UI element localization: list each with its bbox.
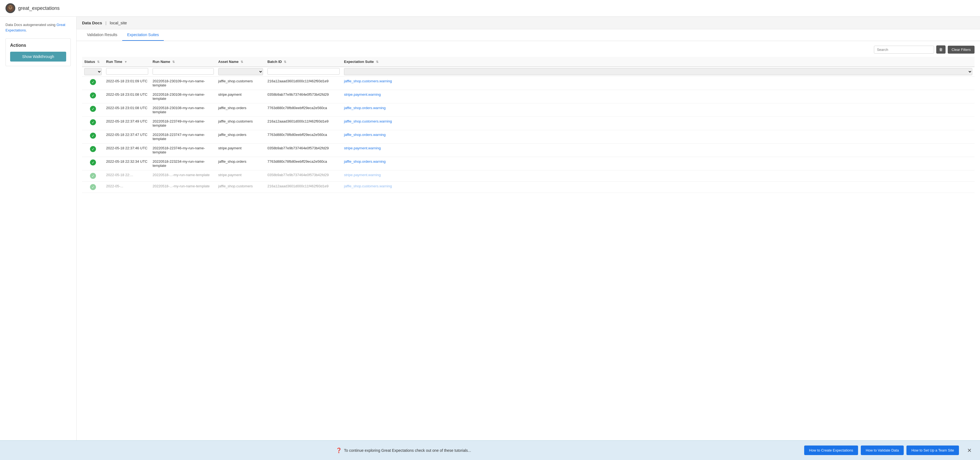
sidebar-description: Data Docs autogenerated using Great Expe… (5, 22, 71, 33)
delete-filter-button[interactable]: 🗑 (936, 45, 945, 54)
show-walkthrough-button[interactable]: Show Walkthrough (10, 52, 66, 62)
cell-batch: 216a12aaad3601d000c11f462f93d1e9 (265, 181, 342, 193)
cell-suite: jaffle_shop.customers.warning (342, 76, 975, 90)
suite-link[interactable]: jaffle_shop.customers.warning (344, 184, 392, 188)
cell-runtime: 2022-05-18 23:01:08 UTC (104, 90, 150, 103)
cell-runtime: 2022-05-18 23:01:08 UTC (104, 103, 150, 117)
table-row: ✓ 2022-05-18 23:01:08 UTC 20220518-23010… (82, 90, 975, 103)
app-logo (5, 3, 15, 13)
cell-suite: jaffle_shop.orders.warning (342, 130, 975, 143)
main-layout: Data Docs autogenerated using Great Expe… (0, 17, 980, 460)
tutorial-message: ❓ To continue exploring Great Expectatio… (8, 447, 799, 454)
clear-filters-button[interactable]: Clear Filters (948, 46, 975, 54)
status-icon: ✓ (90, 173, 96, 179)
col-header-status: Status ⇅ (82, 57, 104, 67)
btn-how-to-set-up-team-site[interactable]: How to Set Up a Team Site (907, 446, 959, 455)
suite-link[interactable]: jaffle_shop.orders.warning (344, 159, 385, 164)
filter-runname-input[interactable] (153, 68, 214, 75)
suite-link[interactable]: jaffle_shop.customers.warning (344, 119, 392, 123)
cell-runname: 20220518-230109-my-run-name-template (150, 76, 216, 90)
tab-expectation-suites[interactable]: Expectation Suites (122, 29, 164, 41)
datadocs-label: Data Docs (82, 21, 102, 25)
cell-batch: 0358b9ab77e9b737464e0f573b42fd29 (265, 170, 342, 181)
table-body: ✓ 2022-05-18 23:01:09 UTC 20220518-23010… (82, 76, 975, 193)
cell-batch: 7763d880c78fb80eebff29eca2e560ca (265, 103, 342, 117)
suite-link[interactable]: stripe.payment.warning (344, 92, 380, 97)
cell-asset: jaffle_shop.customers (216, 76, 265, 90)
cell-asset: stripe.payment (216, 143, 265, 157)
status-icon: ✓ (90, 184, 96, 190)
cell-runname: 20220518-...-my-run-name-template (150, 181, 216, 193)
cell-batch: 7763d880c78fb80eebff29eca2e560ca (265, 130, 342, 143)
search-input[interactable] (874, 46, 934, 54)
cell-status: ✓ (82, 170, 104, 181)
tab-validation-results[interactable]: Validation Results (82, 29, 122, 41)
cell-runname: 20220518-...-my-run-name-template (150, 170, 216, 181)
suite-link[interactable]: jaffle_shop.orders.warning (344, 133, 385, 137)
col-header-asset: Asset Name ⇅ (216, 57, 265, 67)
suite-link[interactable]: stripe.payment.warning (344, 146, 380, 150)
status-icon: ✓ (90, 146, 96, 152)
cell-runname: 20220518-223749-my-run-name-template (150, 117, 216, 130)
cell-batch: 0358b9ab77e9b737464e0f573b42fd29 (265, 143, 342, 157)
sort-icon-asset: ⇅ (240, 60, 243, 64)
status-icon: ✓ (90, 159, 96, 166)
tutorial-message-text: To continue exploring Great Expectations… (344, 448, 471, 453)
logo-area: great_expectations (5, 3, 60, 13)
sort-icon-runname: ⇅ (172, 60, 175, 64)
sort-icon-runtime: ▼ (124, 60, 127, 64)
suite-link[interactable]: jaffle_shop.customers.warning (344, 79, 392, 83)
cell-runtime: 2022-05-18 22:37:47 UTC (104, 130, 150, 143)
filter-status-select[interactable] (84, 68, 102, 75)
table-row: ✓ 2022-05-18 22:... 20220518-...-my-run-… (82, 170, 975, 181)
table-row: ✓ 2022-05-18 22:32:34 UTC 20220518-22323… (82, 157, 975, 170)
cell-asset: stripe.payment (216, 90, 265, 103)
cell-status: ✓ (82, 130, 104, 143)
table-area: 🗑 Clear Filters Status ⇅ Run Time ▼ Run … (76, 41, 980, 460)
btn-how-to-validate-data[interactable]: How to Validate Data (861, 446, 904, 455)
col-header-suite: Expectation Suite ⇅ (342, 57, 975, 67)
cell-status: ✓ (82, 143, 104, 157)
filter-row: 🗑 Clear Filters (82, 45, 975, 54)
cell-runtime: 2022-05-18 22:... (104, 170, 150, 181)
cell-asset: jaffle_shop.orders (216, 103, 265, 117)
sidebar: Data Docs autogenerated using Great Expe… (0, 17, 76, 460)
cell-asset: jaffle_shop.orders (216, 130, 265, 143)
filter-suite-select[interactable] (344, 68, 972, 75)
table-header-row: Status ⇅ Run Time ▼ Run Name ⇅ Asset Nam… (82, 57, 975, 67)
main-content: Data Docs | local_site Validation Result… (76, 17, 980, 460)
validation-results-table: Status ⇅ Run Time ▼ Run Name ⇅ Asset Nam… (82, 57, 975, 193)
table-row: ✓ 2022-05-18 23:01:09 UTC 20220518-23010… (82, 76, 975, 90)
status-icon: ✓ (90, 133, 96, 138)
table-row: ✓ 2022-05-18 22:37:47 UTC 20220518-22374… (82, 130, 975, 143)
cell-asset: jaffle_shop.customers (216, 181, 265, 193)
cell-runname: 20220518-230108-my-run-name-template (150, 103, 216, 117)
datadocs-separator: | (105, 21, 107, 25)
table-row: ✓ 2022-05-18 22:37:46 UTC 20220518-22374… (82, 143, 975, 157)
btn-how-to-create-expectations[interactable]: How to Create Expectations (804, 446, 858, 455)
cell-runname: 20220518-230108-my-run-name-template (150, 90, 216, 103)
status-icon: ✓ (90, 119, 96, 125)
cell-runname: 20220518-223234-my-run-name-template (150, 157, 216, 170)
cell-runtime: 2022-05-18 23:01:09 UTC (104, 76, 150, 90)
cell-suite: stripe.payment.warning (342, 170, 975, 181)
cell-status: ✓ (82, 103, 104, 117)
close-tutorial-button[interactable]: ✕ (967, 447, 972, 454)
suite-link[interactable]: stripe.payment.warning (344, 173, 380, 177)
col-header-batch: Batch ID ⇅ (265, 57, 342, 67)
tabs-bar: Validation Results Expectation Suites (76, 29, 980, 41)
sort-icon-batch: ⇅ (284, 60, 286, 64)
status-icon: ✓ (90, 92, 96, 99)
cell-suite: jaffle_shop.customers.warning (342, 181, 975, 193)
table-row: ✓ 2022-05-... 20220518-...-my-run-name-t… (82, 181, 975, 193)
cell-batch: 216a12aaad3601d000c11f462f93d1e9 (265, 76, 342, 90)
filter-asset-select[interactable] (218, 68, 263, 75)
filter-batch-input[interactable] (267, 68, 340, 75)
sort-icon-suite: ⇅ (376, 60, 379, 64)
cell-asset: jaffle_shop.customers (216, 117, 265, 130)
filter-runtime-input[interactable] (106, 68, 148, 75)
suite-link[interactable]: jaffle_shop.orders.warning (344, 106, 385, 110)
cell-runname: 20220518-223747-my-run-name-template (150, 130, 216, 143)
datadocs-bar: Data Docs | local_site (76, 17, 980, 29)
app-header: great_expectations (0, 0, 980, 17)
